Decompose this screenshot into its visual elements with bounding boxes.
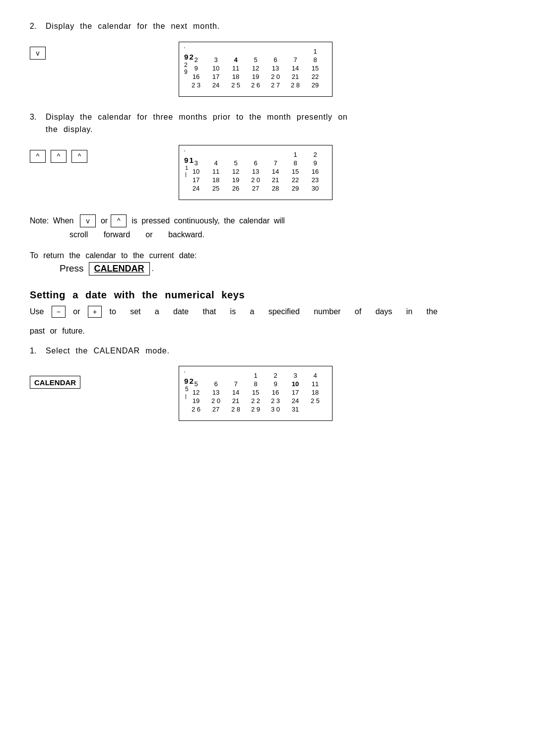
step3-text2: the display. (46, 125, 93, 134)
note-up-button[interactable]: ^ (111, 214, 127, 227)
calendar-mode-button[interactable]: CALENDAR (30, 376, 80, 389)
press-label: Press (60, 263, 84, 274)
note-text2: is pressed continuously, the calendar wi… (132, 214, 285, 228)
body-text2: to set a date that is a specified number… (105, 307, 438, 316)
step1b-text: Select the CALENDAR mode. (46, 344, 506, 357)
return-text: To return the calendar to the current da… (30, 251, 506, 260)
calendar-display-3: ' 9 1 1 | 12 3456789 1011121314151 (179, 145, 333, 200)
step2-number: 2. (30, 20, 46, 33)
body-or: or (68, 307, 85, 316)
note-or: or (101, 214, 108, 228)
cal2-date: ' 9 2 2 9 (184, 46, 193, 76)
body-text3: past or future. (30, 327, 506, 336)
note-v-button[interactable]: v (80, 214, 96, 227)
note-text3: scroll forward or backward. (30, 230, 506, 239)
step2-text: Display the calendar for the next month. (46, 20, 506, 33)
step3-number: 3. (30, 111, 46, 124)
use-label: Use (30, 307, 49, 316)
setting-date-section: Setting a date with the numerical keys U… (30, 289, 506, 421)
return-dot: . (152, 264, 154, 273)
plus-button[interactable]: + (88, 306, 102, 318)
cal2-grid: 1 2345678 9101112131415 161718192 02122 (186, 47, 325, 89)
calendar-display-1b: ' 9 2 5 | 1234 567891011 121314151 (179, 366, 333, 421)
return-section: To return the calendar to the current da… (30, 251, 506, 275)
calendar-display-2: ' 9 2 2 9 1 2345678 9101112131415 (179, 42, 333, 97)
setting-date-heading: Setting a date with the numerical keys (30, 289, 506, 301)
up-key-button-1[interactable]: ^ (30, 150, 46, 163)
body-text-line1: Use − or + to set a date that is a speci… (30, 306, 506, 318)
cal1b-date: ' 9 2 5 | (184, 370, 193, 400)
calendar-key-button[interactable]: CALENDAR (89, 262, 150, 275)
up-key-button-3[interactable]: ^ (71, 150, 87, 163)
minus-button[interactable]: − (52, 306, 66, 318)
up-key-button-2[interactable]: ^ (51, 150, 67, 163)
v-key-button[interactable]: v (30, 47, 46, 60)
cal3-grid: 12 3456789 10111213141516 1718192 021222… (186, 150, 325, 193)
note-section: Note: When v or ^ is pressed continuousl… (30, 214, 506, 239)
step3-text: Display the calendar for three months pr… (46, 111, 348, 124)
step1b-number: 1. (30, 344, 46, 357)
cal3-date: ' 9 1 1 | (184, 149, 193, 178)
note-label: Note: When (30, 214, 78, 228)
cal1b-grid: 1234 567891011 12131415161718 192 0212 2… (186, 371, 325, 413)
